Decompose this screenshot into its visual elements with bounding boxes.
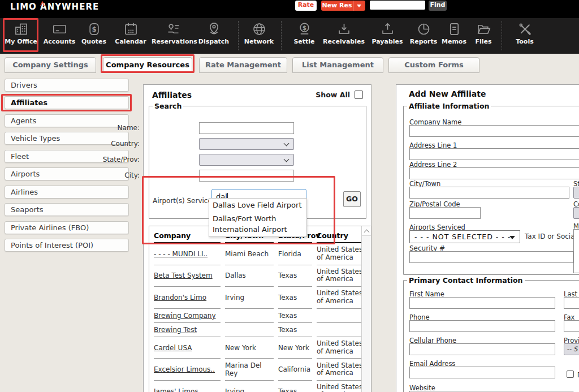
state-prov-select[interactable] [573, 187, 579, 199]
tax-id-input[interactable] [409, 251, 573, 263]
table-row: Beta Test System Dallas Texas United Sta… [154, 265, 369, 287]
toolbar-item-files[interactable]: Files [462, 21, 505, 45]
sidebar-item-airlines[interactable]: Airlines [5, 186, 129, 199]
airports-serviced-selected-value: - - - NOT SELECTED - - - [414, 232, 511, 241]
limo-anywhere-app: LIMO ANYWHERE Rate New Res Find My Offic… [0, 0, 579, 392]
tools-icon [517, 21, 533, 37]
city-label: City: [124, 171, 140, 179]
suggestion-dallas-fort-worth[interactable]: Dallas/Fort Worth International Airport [209, 212, 306, 236]
table-row: Brewing Company Texas [154, 309, 369, 323]
pie-chart-icon [416, 21, 431, 37]
dollar-circle-icon: $ [297, 21, 312, 37]
new-res-dropdown-arrow-icon[interactable] [353, 1, 365, 11]
misc-input[interactable] [573, 229, 579, 273]
tab-company-settings[interactable]: Company Settings [5, 57, 96, 73]
show-all-checkbox[interactable] [355, 91, 363, 99]
state-prov-label: State/Prov: [103, 156, 140, 163]
provider-select[interactable]: -- S [564, 343, 579, 355]
new-res-button[interactable]: New Res [321, 1, 365, 11]
company-link[interactable]: Cardel USA [154, 337, 221, 359]
city-cell: Marina Del Rey [225, 359, 274, 381]
toolbar-label: Network [237, 38, 280, 45]
globe-icon [252, 21, 267, 37]
limo-anywhere-logo[interactable]: LIMO ANYWHERE [10, 2, 99, 12]
sidebar-item-drivers[interactable]: Drivers [5, 79, 129, 92]
airports-serviced-select[interactable]: - - - NOT SELECTED - - - [409, 230, 520, 243]
email-address-input[interactable] [409, 367, 555, 378]
tab-rate-management[interactable]: Rate Management [199, 57, 287, 73]
phone-input[interactable] [409, 320, 555, 332]
toolbar-label: Settle [283, 38, 326, 45]
search-state-select[interactable] [199, 154, 294, 166]
sidebar-item-vehicle-types[interactable]: Vehicle Types [5, 132, 129, 145]
toolbar-item-settle[interactable]: $ Settle [283, 21, 326, 45]
add-panel-title: Add New Affiliate [409, 89, 486, 98]
company-link[interactable]: Beta Test System [154, 265, 221, 287]
toolbar-item-dispatch[interactable]: Dispatch [192, 21, 235, 45]
card-icon [52, 21, 67, 37]
country-select[interactable] [573, 207, 579, 219]
scrollbar-up-arrow-icon[interactable] [362, 226, 371, 236]
toolbar-divider [502, 21, 502, 50]
search-country-select[interactable] [199, 138, 294, 150]
toolbar-label: Calendar [109, 38, 152, 45]
city-cell: Dallas [225, 265, 274, 287]
address-line-2-input[interactable] [409, 167, 579, 179]
last-name-input[interactable] [564, 297, 579, 309]
table-row: James' Limos Irving Texas United States … [154, 381, 369, 392]
search-city-input[interactable] [199, 170, 294, 182]
airport-suggestions-dropdown: Dallas Love Field Airport Dallas/Fort Wo… [209, 198, 307, 237]
building-icon [14, 21, 29, 37]
search-name-input[interactable] [199, 122, 294, 134]
logo-a-chevron-icon: A [40, 2, 47, 12]
state-cell: Texas [278, 265, 312, 287]
company-link[interactable]: - - - - MUNDI LI.. [154, 243, 221, 265]
toolbar-item-network[interactable]: Network [237, 21, 280, 45]
affiliates-results-table-container: Company City/Town State/Prov Country - -… [149, 226, 371, 392]
cellular-phone-input[interactable] [409, 343, 555, 355]
first-name-input[interactable] [409, 297, 555, 309]
toolbar-item-my-office[interactable]: My Office [0, 21, 42, 45]
toolbar-item-tools[interactable]: Tools [503, 21, 546, 45]
toolbar-item-reservations[interactable]: Reservations [152, 21, 195, 45]
sidebar-item-airports[interactable]: Airports [5, 167, 129, 180]
show-all-label: Show All [316, 91, 350, 99]
table-scrollbar[interactable] [361, 226, 371, 392]
go-button[interactable]: GO [343, 191, 361, 207]
toolbar-item-receivables[interactable]: Receivables [322, 21, 365, 45]
state-cell: Florida [278, 243, 312, 265]
tab-list-management[interactable]: List Management [292, 57, 383, 73]
contact-checkbox[interactable] [567, 371, 574, 378]
company-link[interactable]: Brandon's Limo [154, 287, 221, 309]
table-row: Brandon's Limo Irving Texas United State… [154, 287, 369, 309]
folder-icon [476, 21, 491, 37]
city-cell: Irving [225, 381, 274, 392]
find-button[interactable]: Find [429, 1, 447, 11]
company-link[interactable]: Brewing Test [154, 323, 221, 337]
sidebar-item-private-airlines-fbo[interactable]: Private Airlines (FBO) [5, 221, 129, 234]
company-link[interactable]: James' Limos [154, 381, 221, 392]
affiliates-panel: Affiliates Show All Search Name: Country… [143, 84, 371, 392]
company-link[interactable]: Excelsior Limous.. [154, 359, 221, 381]
logo-text-2: NYWHERE [47, 2, 100, 12]
tab-company-resources[interactable]: Company Resources [103, 57, 192, 73]
main-toolbar: My Office Accounts $ Quotes Calendar Res… [0, 18, 579, 54]
sidebar-item-points-of-interest-poi[interactable]: Points of Interest (POI) [5, 239, 129, 252]
suggestion-dallas-love-field[interactable]: Dallas Love Field Airport [209, 199, 306, 212]
tab-custom-forms[interactable]: Custom Forms [388, 57, 479, 73]
global-search-input[interactable] [370, 1, 425, 10]
zip-postal-code-input[interactable] [409, 207, 481, 219]
company-name-input[interactable] [409, 125, 579, 137]
toolbar-label: Reservations [152, 38, 195, 45]
sidebar-item-agents[interactable]: Agents [5, 114, 129, 127]
address-line-1-input[interactable] [409, 148, 579, 160]
sidebar-item-seaports[interactable]: Seaports [5, 203, 129, 216]
rate-button[interactable]: Rate [295, 1, 317, 11]
fax-input[interactable] [564, 320, 579, 332]
company-link[interactable]: Brewing Company [154, 309, 221, 323]
toolbar-item-calendar[interactable]: Calendar [109, 21, 152, 45]
city-town-input[interactable] [409, 187, 569, 199]
table-row: Brewing Test Texas [154, 323, 369, 337]
sidebar-item-affiliates[interactable]: Affiliates [5, 96, 129, 109]
toolbar-label: Dispatch [192, 38, 235, 45]
